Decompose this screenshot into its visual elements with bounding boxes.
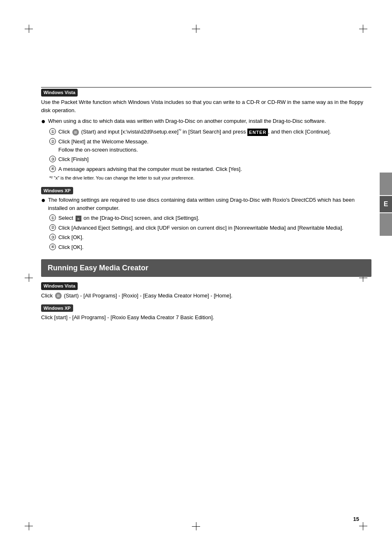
vista-step-2: ② Click [Next] at the Welcome Message. F… xyxy=(49,138,371,154)
corner-mark-top-left xyxy=(25,25,37,37)
vista-step-2-text: Click [Next] at the Welcome Message. Fol… xyxy=(58,138,371,154)
running-vista-text: Click ⊞ (Start) - [All Programs] - [Roxi… xyxy=(41,292,371,300)
xp-step-4: ④ Click [OK]. xyxy=(49,243,371,251)
windows-xp-section-1: Windows XP ● The following settings are … xyxy=(41,187,371,251)
xp-step-1-text: Select ≡ on the [Drag-to-Disc] screen, a… xyxy=(58,214,371,222)
start-icon-1: ⊞ xyxy=(72,129,79,136)
side-tab-block-bottom xyxy=(380,213,392,236)
side-tab-block-top xyxy=(380,173,392,195)
vista-footnote: *² "x" is the drive letter. You can chan… xyxy=(49,175,371,182)
corner-mark-top-right xyxy=(355,25,367,37)
vista-bullet-1: ● When using a disc to which data was wr… xyxy=(41,117,371,126)
settings-icon-1: ≡ xyxy=(76,216,81,221)
xp-step-num-1: ① xyxy=(49,214,56,221)
running-xp-badge: Windows XP xyxy=(41,304,73,312)
xp-bullet-1-text: The following settings are required to u… xyxy=(48,196,371,212)
crosshair-left-center xyxy=(25,274,33,282)
bullet-dot-1: ● xyxy=(41,117,46,126)
vista-step-3-text: Click [Finish] xyxy=(58,155,371,164)
start-icon-2: ⊞ xyxy=(55,292,62,299)
xp-step-1: ① Select ≡ on the [Drag-to-Disc] screen,… xyxy=(49,214,371,222)
windows-vista-badge-1: Windows Vista xyxy=(41,89,78,97)
xp-step-4-text: Click [OK]. xyxy=(58,243,371,251)
crosshair-top-center xyxy=(192,25,200,33)
xp-step-2-text: Click [Advanced Eject Settings], and cli… xyxy=(58,224,371,232)
vista-step-1-text: Click ⊞ (Start) and input [x:\vista\d2d9… xyxy=(58,128,371,136)
running-xp-text: Click [start] - [All Programs] - [Roxio … xyxy=(41,313,371,322)
vista-bullet-1-text: When using a disc to which data was writ… xyxy=(48,117,371,125)
xp-step-3: ③ Click [OK]. xyxy=(49,233,371,242)
xp-step-3-text: Click [OK]. xyxy=(58,233,371,242)
side-tab-letter: E xyxy=(380,196,392,212)
xp-step-num-4: ④ xyxy=(49,244,56,250)
vista-step-1: ① Click ⊞ (Start) and input [x:\vista\d2… xyxy=(49,128,371,136)
running-vista-badge: Windows Vista xyxy=(41,282,78,290)
vista-intro-text: Use the Packet Write function which Wind… xyxy=(41,98,371,115)
vista-step-4-text: A message appears advising that the comp… xyxy=(58,165,371,173)
xp-bullet-1: ● The following settings are required to… xyxy=(41,196,371,212)
crosshair-bottom-center xyxy=(192,522,200,530)
running-xp-subsection: Windows XP Click [start] - [All Programs… xyxy=(41,304,371,322)
page-number: 15 xyxy=(353,516,359,522)
xp-step-num-2: ② xyxy=(49,224,56,231)
step-num-2: ② xyxy=(49,138,56,145)
xp-bullet-dot-1: ● xyxy=(41,196,46,205)
enter-key: ENTER xyxy=(247,129,268,136)
running-vista-subsection: Windows Vista Click ⊞ (Start) - [All Pro… xyxy=(41,282,371,300)
windows-vista-section-1: Windows Vista Use the Packet Write funct… xyxy=(41,88,371,182)
vista-step-4: ④ A message appears advising that the co… xyxy=(49,165,371,173)
running-section: Running Easy Media Creator Windows Vista… xyxy=(41,259,371,322)
running-heading: Running Easy Media Creator xyxy=(41,259,371,277)
corner-mark-bottom-left xyxy=(25,518,37,530)
main-content: Windows Vista Use the Packet Write funct… xyxy=(41,66,371,327)
step-num-1: ① xyxy=(49,128,56,135)
side-tab: E xyxy=(380,173,392,236)
windows-xp-badge-1: Windows XP xyxy=(41,187,73,195)
page-container: E Windows Vista Use the Packet Write fun… xyxy=(0,0,392,555)
step-num-3: ③ xyxy=(49,156,56,162)
step-num-4: ④ xyxy=(49,166,56,172)
xp-step-2: ② Click [Advanced Eject Settings], and c… xyxy=(49,224,371,232)
xp-step-num-3: ③ xyxy=(49,234,56,240)
vista-step-3: ③ Click [Finish] xyxy=(49,155,371,164)
